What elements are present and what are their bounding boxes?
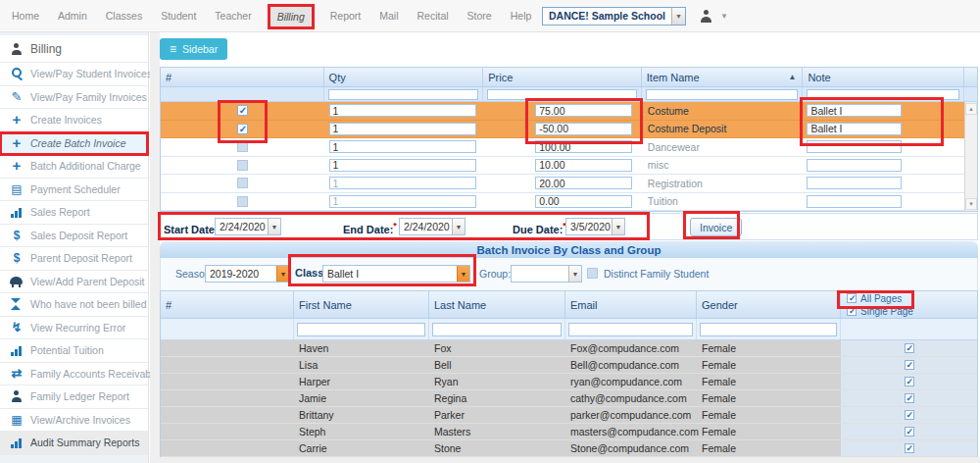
group-select[interactable]: ▼: [511, 265, 582, 283]
sidebar-item[interactable]: Audit Summary Reports: [0, 432, 148, 455]
all-pages-toggle[interactable]: All Pages: [847, 293, 902, 304]
single-page-toggle[interactable]: Single Page: [847, 306, 913, 317]
nav-item[interactable]: Store: [467, 0, 492, 32]
start-date-picker[interactable]: 2/24/2020 ▼: [215, 218, 281, 235]
distinct-family-student-checkbox[interactable]: [587, 268, 598, 279]
student-row[interactable]: Brittany Parker parker@compudance.com Fe…: [161, 407, 977, 424]
invoice-item-checkbox[interactable]: [237, 196, 248, 207]
dropdown-arrow-icon[interactable]: ▼: [276, 266, 289, 282]
all-pages-checkbox[interactable]: [847, 293, 857, 303]
gender-filter-input[interactable]: [700, 323, 837, 336]
sidebar-item[interactable]: Payment Scheduler: [0, 179, 148, 202]
chevron-down-icon[interactable]: ▼: [671, 8, 685, 25]
season-select[interactable]: 2019-2020 ▼: [205, 265, 290, 283]
note-input[interactable]: [807, 159, 902, 172]
column-header-email[interactable]: Email: [565, 291, 697, 318]
note-input[interactable]: [807, 195, 902, 208]
student-select-checkbox[interactable]: [905, 427, 914, 437]
column-header-num[interactable]: #: [161, 291, 294, 318]
sidebar-item[interactable]: Potential Tuition: [0, 339, 148, 363]
student-select-checkbox[interactable]: [905, 377, 914, 386]
column-header-note[interactable]: Note: [803, 68, 964, 86]
student-select-checkbox[interactable]: [905, 443, 914, 453]
item-name-filter-input[interactable]: [646, 89, 799, 100]
nav-item[interactable]: Classes: [106, 0, 142, 32]
email-filter-input[interactable]: [568, 323, 693, 336]
column-header-gender[interactable]: Gender: [697, 291, 841, 318]
student-row[interactable]: Haven Fox Fox@compudance.com Female: [161, 340, 977, 357]
nav-item[interactable]: Mail: [379, 0, 398, 32]
qty-input[interactable]: [329, 177, 476, 189]
student-row[interactable]: Carrie Stone Stone@compudance.com Female: [161, 440, 977, 457]
invoice-button[interactable]: Invoice: [690, 218, 742, 236]
student-select-checkbox[interactable]: [905, 343, 914, 353]
invoice-item-row[interactable]: Dancewear: [161, 138, 977, 157]
qty-input[interactable]: [329, 123, 476, 135]
nav-item[interactable]: Recital: [417, 0, 449, 32]
invoice-item-checkbox[interactable]: [237, 124, 248, 134]
price-input[interactable]: [535, 177, 632, 189]
user-menu-caret-icon[interactable]: ▼: [720, 12, 728, 21]
invoice-item-checkbox[interactable]: [237, 141, 248, 152]
nav-item[interactable]: Teacher: [215, 0, 251, 32]
column-header-num[interactable]: #: [161, 68, 324, 86]
invoice-item-checkbox[interactable]: [237, 105, 248, 116]
qty-input[interactable]: [329, 195, 476, 208]
sidebar-item[interactable]: View Recurring Error: [0, 317, 148, 340]
dropdown-arrow-icon[interactable]: ▼: [457, 266, 469, 282]
sidebar-item[interactable]: View/Pay Student Invoices: [0, 63, 148, 86]
student-select-checkbox[interactable]: [905, 393, 914, 403]
price-input[interactable]: [535, 123, 632, 135]
student-row[interactable]: Harper Ryan ryan@compudance.com Female: [161, 374, 977, 390]
column-header-last-name[interactable]: Last Name: [429, 291, 565, 318]
sidebar-item[interactable]: View/Add Parent Deposit: [0, 271, 148, 294]
student-row[interactable]: Jamie Regina cathy@compudance.com Female: [161, 390, 977, 407]
nav-item[interactable]: Admin: [58, 0, 87, 32]
sidebar-item[interactable]: Batch Additional Charge: [0, 155, 148, 179]
user-account-icon[interactable]: [700, 10, 712, 23]
sidebar-item[interactable]: Parent Deposit Report: [0, 247, 148, 271]
invoice-item-row[interactable]: Tuition: [161, 193, 977, 212]
qty-input[interactable]: [329, 159, 476, 172]
invoice-item-row[interactable]: Registration: [161, 175, 977, 193]
sidebar-item[interactable]: View/Archive Invoices: [0, 409, 148, 433]
invoice-item-row[interactable]: misc: [161, 157, 977, 176]
sidebar-item[interactable]: Who have not been billed: [0, 293, 148, 317]
invoice-item-row[interactable]: Costume: [161, 102, 977, 121]
nav-item[interactable]: Student: [161, 0, 196, 32]
price-input[interactable]: [535, 140, 632, 153]
price-filter-input[interactable]: [487, 89, 637, 100]
column-header-item-name[interactable]: Item Name ▲: [642, 68, 804, 86]
end-date-picker[interactable]: 2/24/2020 ▼: [399, 218, 466, 235]
column-header-qty[interactable]: Qty: [324, 68, 484, 86]
scroll-up-icon[interactable]: ▲: [965, 103, 977, 115]
first-name-filter-input[interactable]: [297, 323, 425, 336]
calendar-dropdown-icon[interactable]: ▼: [612, 219, 624, 234]
sidebar-item[interactable]: Create Invoices: [0, 109, 148, 132]
scroll-down-icon[interactable]: ▼: [965, 198, 977, 210]
sidebar-item[interactable]: Sales Deposit Report: [0, 225, 148, 248]
vertical-scrollbar[interactable]: ▲ ▼: [964, 102, 977, 211]
note-input[interactable]: [807, 104, 902, 117]
sidebar-toggle-button[interactable]: ≡ Sidebar: [160, 38, 227, 60]
nav-item[interactable]: Report: [330, 0, 362, 32]
qty-filter-input[interactable]: [328, 89, 479, 100]
sidebar-item[interactable]: Create Batch Invoice: [0, 132, 148, 156]
note-input[interactable]: [807, 123, 902, 135]
invoice-item-row[interactable]: Costume Deposit: [161, 121, 977, 139]
column-header-price[interactable]: Price: [483, 68, 642, 86]
invoice-item-checkbox[interactable]: [237, 178, 248, 188]
sidebar-item[interactable]: Billing: [0, 35, 148, 63]
single-page-checkbox[interactable]: [847, 306, 857, 316]
student-select-checkbox[interactable]: [905, 360, 914, 370]
calendar-dropdown-icon[interactable]: ▼: [452, 219, 465, 234]
sidebar-item[interactable]: Sales Report: [0, 201, 148, 225]
price-input[interactable]: [535, 104, 632, 117]
price-input[interactable]: [535, 159, 632, 172]
column-header-first-name[interactable]: First Name: [294, 291, 429, 318]
note-filter-input[interactable]: [807, 89, 959, 100]
student-row[interactable]: Steph Masters masters@compudance.com Fem…: [161, 424, 977, 440]
sidebar-item[interactable]: View/Pay Family Invoices: [0, 86, 148, 110]
sidebar-item[interactable]: Family Ledger Report: [0, 386, 148, 409]
invoice-item-checkbox[interactable]: [237, 160, 248, 171]
